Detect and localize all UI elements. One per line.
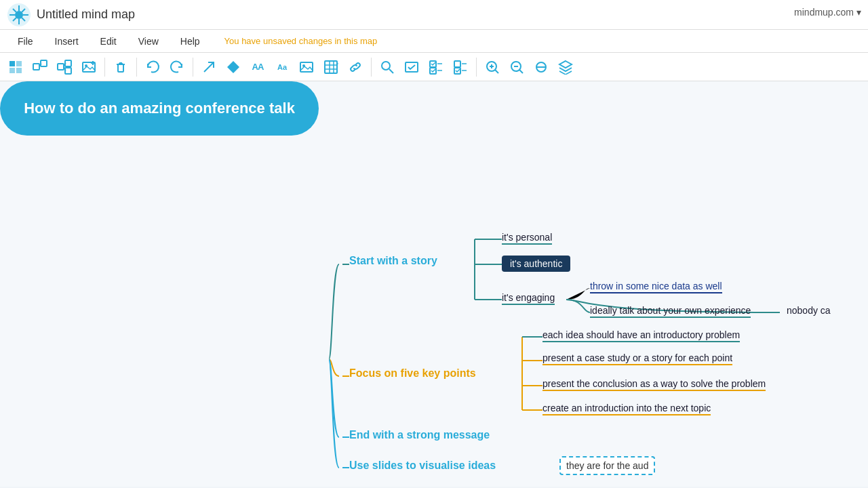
node-nobody: nobody ca (787, 305, 831, 316)
delete-button[interactable] (109, 56, 132, 79)
app-title: Untitled mind map (37, 7, 135, 22)
svg-rect-10 (9, 61, 15, 66)
svg-rect-11 (16, 61, 22, 66)
svg-line-57 (519, 70, 523, 73)
branch-strong-msg[interactable]: End with a strong message (349, 429, 490, 441)
app-header: Untitled mind map mindmup.com ▾ (0, 0, 868, 30)
svg-rect-14 (33, 64, 39, 70)
menu-file[interactable]: File (7, 30, 44, 53)
expand-button[interactable] (197, 56, 220, 79)
menu-edit[interactable]: Edit (90, 30, 127, 53)
svg-marker-60 (559, 61, 572, 68)
node-personal[interactable]: it's personal (502, 232, 552, 245)
fit-button[interactable] (530, 56, 553, 79)
diamond-button[interactable] (222, 56, 245, 79)
zoom-out-button[interactable] (505, 56, 528, 79)
select-tool-button[interactable] (4, 56, 27, 79)
svg-rect-32 (300, 62, 313, 72)
check3-button[interactable] (449, 56, 472, 79)
branch-slides[interactable]: Use slides to visualise ideas (349, 460, 496, 472)
node-authentic[interactable]: it's authentic (502, 256, 570, 272)
svg-rect-47 (454, 61, 460, 67)
menubar: File Insert Edit View Help You have unsa… (0, 30, 868, 53)
undo-button[interactable] (141, 56, 164, 79)
font-larger-button[interactable]: AA (246, 56, 269, 79)
search-button[interactable] (376, 56, 399, 79)
redo-button[interactable] (165, 56, 189, 79)
link-button[interactable] (344, 56, 367, 79)
toolbar-separator-1 (104, 58, 105, 77)
node-next-topic[interactable]: create an introduction into the next top… (542, 403, 711, 415)
check2-button[interactable] (425, 56, 448, 79)
toolbar-separator-3 (193, 58, 193, 77)
node-own-exp[interactable]: ideally talk about your own experience (590, 305, 751, 318)
table-button[interactable] (319, 56, 342, 79)
svg-rect-26 (118, 64, 123, 72)
branch-story[interactable]: Start with a story (349, 255, 437, 267)
zoom-in-button[interactable] (481, 56, 504, 79)
svg-rect-34 (325, 61, 337, 73)
svg-rect-17 (58, 64, 64, 70)
menu-view[interactable]: View (127, 30, 170, 53)
stacked-button[interactable] (554, 56, 577, 79)
brand: mindmup.com ▾ (794, 7, 861, 18)
svg-marker-31 (227, 61, 239, 73)
node-conclusion[interactable]: present the conclusion as a way to solve… (542, 378, 766, 391)
central-node[interactable]: How to do an amazing conference talk (0, 81, 319, 136)
menu-help[interactable]: Help (170, 30, 211, 53)
node-intro-problem[interactable]: each idea should have an introductory pr… (542, 329, 740, 342)
connectors (0, 81, 868, 487)
svg-point-40 (382, 62, 390, 70)
unsaved-message: You have unsaved changes in this map (224, 36, 378, 46)
node-for-audience[interactable]: they are for the aud (559, 456, 655, 475)
group-button[interactable] (53, 56, 76, 79)
toolbar-separator-2 (136, 58, 137, 77)
toolbar: AA Aa (0, 53, 868, 81)
svg-rect-15 (41, 60, 47, 66)
app-logo (7, 3, 31, 27)
svg-line-54 (495, 70, 498, 73)
insert-image-button[interactable] (77, 56, 100, 79)
svg-rect-12 (9, 68, 15, 73)
menu-insert[interactable]: Insert (44, 30, 90, 53)
font-smaller-button[interactable]: Aa (271, 56, 294, 79)
svg-line-30 (204, 62, 214, 72)
add-child-button[interactable] (28, 56, 52, 79)
node-case-study[interactable]: present a case study or a story for each… (542, 352, 732, 365)
svg-rect-13 (16, 68, 22, 73)
svg-rect-19 (65, 68, 71, 74)
svg-line-41 (389, 69, 393, 73)
toolbar-separator-5 (476, 58, 477, 77)
check1-button[interactable] (400, 56, 423, 79)
canvas[interactable]: How to do an amazing conference talk Sta… (0, 81, 868, 487)
insert-image2-button[interactable] (295, 56, 318, 79)
node-nice-data[interactable]: throw in some nice data as well (590, 281, 722, 293)
branch-five-points[interactable]: Focus on five key points (349, 367, 476, 380)
node-engaging[interactable]: it's engaging (502, 292, 555, 305)
toolbar-separator-4 (371, 58, 372, 77)
